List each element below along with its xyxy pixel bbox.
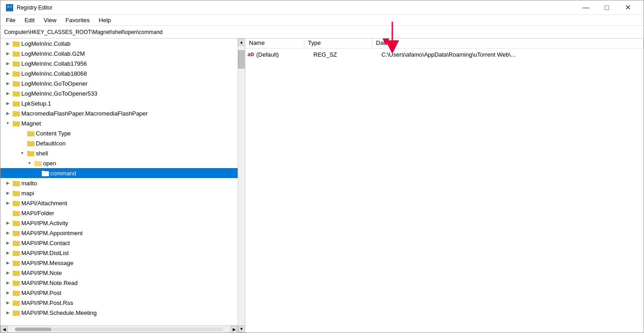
tree-vertical-scrollbar[interactable]: ▲ ▼ (238, 39, 245, 333)
svg-rect-35 (13, 191, 15, 192)
menu-help[interactable]: Help (95, 16, 115, 24)
tree-item-logmeingotoopener[interactable]: ▶ LogMeInInc.GoToOpener (0, 78, 238, 88)
svg-rect-45 (13, 241, 15, 242)
tree-label: MAPI/IPM.Contact (21, 240, 70, 246)
address-path[interactable]: Computer\HKEY_CLASSES_ROOT\Magnet\shell\… (4, 29, 640, 35)
data-row-default[interactable]: ab (Default) REG_SZ C:\Users\afamo\AppDa… (245, 49, 644, 59)
tree-label: LogMeInInc.Collab17956 (21, 60, 87, 67)
tree-item-mapi-ipm-appointment[interactable]: ▶ MAPI/IPM.Appointment (0, 228, 238, 238)
tree-item-defaulticon[interactable]: ▶ DefaultIcon (0, 138, 238, 148)
svg-rect-21 (13, 121, 15, 122)
tree-item-mapi-ipm-contact[interactable]: ▶ MAPI/IPM.Contact (0, 238, 238, 248)
tree-item-logmeincollab18068[interactable]: ▶ LogMeInInc.Collab18068 (0, 68, 238, 78)
expand-icon[interactable]: ▶ (4, 259, 11, 266)
svg-rect-13 (13, 81, 15, 82)
scroll-thumb[interactable] (15, 328, 51, 331)
tree-item-mapi-ipm-distlist[interactable]: ▶ MAPI/IPM.DistList (0, 248, 238, 258)
scroll-down-btn[interactable]: ▼ (238, 325, 245, 333)
tree-item-open[interactable]: ▼ open (0, 158, 238, 168)
minimize-button[interactable]: — (576, 0, 596, 15)
expand-icon[interactable]: ▶ (4, 299, 11, 306)
tree-item-mapi-ipm-note[interactable]: ▶ MAPI/IPM.Note (0, 268, 238, 278)
tree-item-lpksetup1[interactable]: ▶ LpkSetup.1 (0, 98, 238, 108)
tree-item-mapi-attachment[interactable]: ▶ MAPI/Attachment (0, 198, 238, 208)
folder-icon (42, 170, 49, 176)
folder-icon (13, 190, 20, 196)
menu-file[interactable]: File (2, 16, 19, 24)
expand-icon[interactable]: ▶ (4, 80, 11, 87)
scroll-track-v (238, 46, 245, 325)
col-header-name[interactable]: Name (245, 39, 304, 48)
folder-icon (13, 290, 20, 296)
col-header-data[interactable]: Data (372, 39, 644, 48)
expand-icon[interactable]: ▶ (4, 70, 11, 77)
expand-icon-open[interactable]: ▼ (26, 159, 33, 167)
folder-icon (13, 240, 20, 246)
tree-item-mapi-ipm-note-read[interactable]: ▶ MAPI/IPM.Note.Read (0, 278, 238, 288)
tree-item-mapi-ipm-schedule-meeting[interactable]: ▶ MAPI/IPM.Schedule.Meeting (0, 308, 238, 318)
svg-rect-5 (13, 41, 15, 43)
folder-icon (13, 110, 20, 116)
close-button[interactable]: ✕ (617, 0, 638, 15)
tree-item-content-type[interactable]: ▶ Content Type (0, 128, 238, 138)
title-bar-left: Registry Editor (6, 4, 53, 11)
expand-icon[interactable]: ▶ (4, 279, 11, 286)
tree-label: MAPI/Attachment (21, 200, 67, 207)
expand-icon[interactable]: ▶ (4, 189, 11, 197)
tree-item-logmeincollab17956[interactable]: ▶ LogMeInInc.Collab17956 (0, 58, 238, 68)
expand-icon-magnet[interactable]: ▼ (4, 120, 11, 127)
expand-icon[interactable]: ▶ (4, 100, 11, 107)
menu-bar: File Edit View Favorites Help (0, 15, 644, 26)
data-type-cell: REG_SZ (313, 51, 381, 58)
tree-label: DefaultIcon (36, 140, 66, 147)
expand-icon[interactable]: ▶ (4, 249, 11, 256)
expand-icon[interactable]: ▶ (4, 309, 11, 316)
scroll-left-btn[interactable]: ◀ (0, 326, 8, 333)
expand-icon[interactable]: ▶ (4, 229, 11, 236)
scroll-right-btn[interactable]: ▶ (230, 326, 238, 333)
tree-item-magnet[interactable]: ▼ Magnet (0, 118, 238, 128)
tree-item-logmeingotoopener533[interactable]: ▶ LogMeInInc.GoToOpener533 (0, 88, 238, 98)
tree-label: mailto (21, 180, 37, 187)
tree-label: MAPI/IPM.Appointment (21, 230, 83, 236)
tree-item-macromedia[interactable]: ▶ MacromediaFlashPaper.MacromediaFlashPa… (0, 108, 238, 118)
expand-icon[interactable]: ▶ (4, 289, 11, 296)
expand-icon[interactable]: ▶ (4, 219, 11, 227)
tree-item-shell[interactable]: ▼ shell (0, 148, 238, 158)
scroll-up-btn[interactable]: ▲ (238, 39, 245, 46)
expand-icon[interactable]: ▶ (4, 199, 11, 207)
svg-rect-33 (13, 181, 15, 182)
tree-item-mailto[interactable]: ▶ mailto (0, 178, 238, 188)
menu-view[interactable]: View (40, 16, 60, 24)
menu-edit[interactable]: Edit (21, 16, 38, 24)
svg-rect-39 (13, 211, 15, 212)
tree-item-mapi-folder[interactable]: ▶ MAPI/Folder (0, 208, 238, 218)
expand-icon[interactable]: ▶ (4, 60, 11, 67)
tree-item-mapi[interactable]: ▶ mapi (0, 188, 238, 198)
menu-favorites[interactable]: Favorites (62, 16, 93, 24)
tree-item-mapi-ipm-message[interactable]: ▶ MAPI/IPM.Message (0, 258, 238, 268)
tree-item-logmeincollab[interactable]: ▶ LogMeInInc.Collab (0, 39, 238, 48)
expand-icon[interactable]: ▶ (4, 179, 11, 187)
maximize-button[interactable]: □ (596, 0, 617, 15)
left-pane: ▶ LogMeInInc.Collab ▶ Log (0, 39, 245, 333)
tree-item-mapi-ipm-activity[interactable]: ▶ MAPI/IPM.Activity (0, 218, 238, 228)
col-header-type[interactable]: Type (304, 39, 372, 48)
expand-icon[interactable]: ▶ (4, 239, 11, 246)
expand-icon[interactable]: ▶ (4, 90, 11, 97)
tree-item-mapi-ipm-post[interactable]: ▶ MAPI/IPM.Post (0, 288, 238, 298)
tree-item-logmeincollab-g2m[interactable]: ▶ LogMeInInc.Collab.G2M (0, 48, 238, 58)
scroll-track (15, 328, 223, 331)
expand-icon[interactable]: ▶ (4, 269, 11, 276)
expand-icon[interactable]: ▶ (4, 40, 11, 47)
expand-icon[interactable]: ▶ (4, 50, 11, 57)
tree-item-command[interactable]: ▶ command (0, 168, 238, 178)
tree-item-mapi-ipm-post-rss[interactable]: ▶ MAPI/IPM.Post.Rss (0, 298, 238, 308)
tree-scroll[interactable]: ▶ LogMeInInc.Collab ▶ Log (0, 39, 238, 325)
app-icon (6, 4, 13, 11)
scroll-thumb-v[interactable] (238, 50, 245, 68)
tree-horizontal-scrollbar[interactable]: ◀ ▶ (0, 325, 238, 333)
expand-icon[interactable]: ▶ (4, 110, 11, 117)
tree-label: command (50, 170, 76, 177)
expand-icon-shell[interactable]: ▼ (19, 150, 26, 157)
